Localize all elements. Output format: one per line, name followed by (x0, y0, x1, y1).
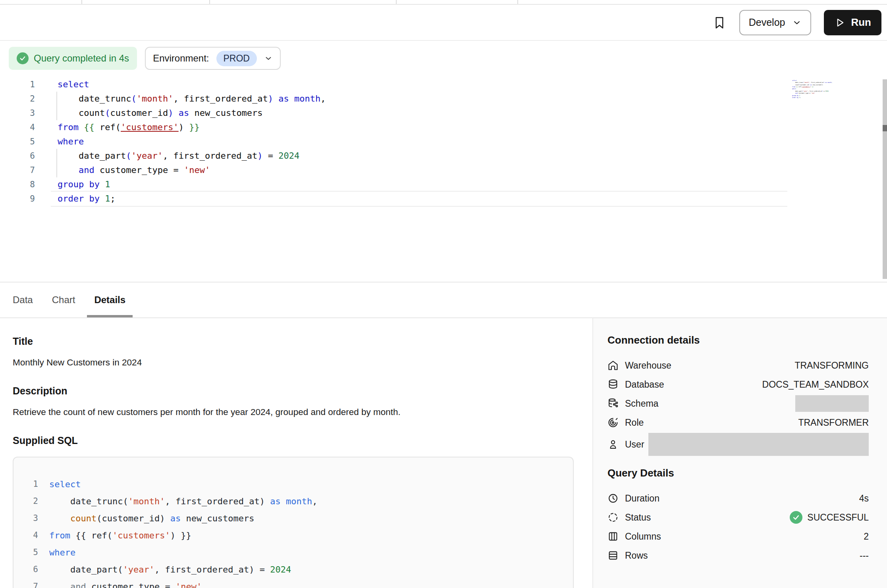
duration-icon (607, 493, 619, 504)
row-value: SUCCESSFUL (807, 512, 869, 523)
play-icon (834, 17, 845, 28)
detail-row-columns: Columns2 (607, 527, 869, 546)
tab-divider (81, 0, 82, 4)
code-text: date_trunc('month', first_ordered_at) as… (58, 92, 326, 106)
editor-scrollbar[interactable] (883, 79, 887, 279)
detail-row-status: StatusSUCCESSFUL (607, 508, 869, 527)
row-label: Rows (625, 550, 648, 561)
supplied-sql-line-1: 1select (26, 476, 573, 493)
line-number: 3 (0, 106, 35, 120)
title-value: Monthly New Customers in 2024 (13, 357, 574, 368)
develop-dropdown[interactable]: Develop (739, 10, 812, 35)
row-value: TRANSFORMER (798, 417, 869, 428)
row-value: 2 (864, 531, 869, 542)
line-number: 1 (26, 476, 38, 493)
query-status-pill: Query completed in 4s (9, 47, 137, 70)
toolbar: Develop Run (0, 5, 887, 41)
query-rows: Duration4sStatusSUCCESSFULColumns2Rows--… (607, 489, 869, 565)
code-text: where (58, 135, 84, 149)
connection-details-heading: Connection details (607, 334, 869, 346)
line-number: 5 (0, 135, 35, 149)
editor-line-4[interactable]: 4from {{ ref('customers') }} (0, 120, 887, 135)
tab-divider (517, 0, 518, 4)
run-label: Run (851, 16, 871, 29)
supplied-sql-line-5: 5where (26, 544, 573, 561)
code-text: and customer_type = 'new' (49, 578, 202, 588)
redacted-value (795, 395, 869, 412)
editor-line-6[interactable]: 6 date_part('year', first_ordered_at) = … (0, 149, 887, 163)
tab-divider (396, 0, 397, 4)
editor-lines: 1select2 date_trunc('month', first_order… (0, 77, 887, 206)
warehouse-icon (607, 360, 619, 371)
supplied-sql-block: 1select2 date_trunc('month', first_order… (13, 457, 574, 588)
status-value: SUCCESSFUL (790, 511, 869, 524)
detail-row-user: User (607, 432, 869, 457)
supplied-sql-line-7: 7 and customer_type = 'new' (26, 578, 573, 588)
line-number: 7 (0, 163, 35, 177)
connection-rows: WarehouseTRANSFORMINGDatabaseDOCS_TEAM_S… (607, 356, 869, 457)
row-value: --- (860, 550, 869, 561)
row-label: Database (625, 379, 664, 390)
check-icon (790, 511, 802, 524)
code-text: group by 1 (58, 177, 110, 192)
line-number: 6 (0, 149, 35, 163)
redacted-value (648, 433, 869, 456)
row-value: 4s (859, 493, 869, 504)
status-icon (607, 512, 619, 523)
status-row: Query completed in 4s Environment: PROD (0, 41, 887, 70)
bookmark-icon[interactable] (712, 15, 727, 30)
details-panel: Title Monthly New Customers in 2024 Desc… (0, 318, 592, 588)
tab-chart[interactable]: Chart (52, 282, 75, 317)
detail-row-duration: Duration4s (607, 489, 869, 508)
supplied-sql-line-4: 4from {{ ref('customers') }} (26, 527, 573, 544)
results-tabs: DataChartDetails (0, 282, 887, 318)
columns-icon (607, 531, 619, 542)
editor-line-9[interactable]: 9order by 1; (0, 192, 887, 206)
details-content: Title Monthly New Customers in 2024 Desc… (0, 318, 887, 588)
line-number: 5 (26, 544, 38, 561)
run-button[interactable]: Run (824, 10, 881, 35)
tab-data[interactable]: Data (13, 282, 33, 317)
editor-minimap[interactable]: select date_trunc('month', first_ordered… (792, 79, 836, 99)
editor-line-5[interactable]: 5where (0, 135, 887, 149)
role-icon (607, 417, 619, 428)
row-label: Columns (625, 531, 661, 542)
supplied-sql-line-2: 2 date_trunc('month', first_ordered_at) … (26, 493, 573, 510)
environment-label: Environment: (153, 53, 209, 64)
editor-line-2[interactable]: 2 date_trunc('month', first_ordered_at) … (0, 92, 887, 106)
environment-dropdown[interactable]: Environment: PROD (145, 47, 281, 70)
row-label: User (625, 439, 644, 450)
code-text: select (49, 476, 81, 493)
row-label: Warehouse (625, 360, 671, 371)
code-text: date_part('year', first_ordered_at) = 20… (49, 561, 291, 578)
schema-icon (607, 398, 619, 409)
detail-row-rows: Rows--- (607, 546, 869, 565)
line-number: 2 (26, 493, 38, 510)
line-number: 8 (0, 177, 35, 192)
tab-details[interactable]: Details (94, 282, 125, 317)
row-value: DOCS_TEAM_SANDBOX (762, 379, 869, 390)
description-heading: Description (13, 385, 574, 397)
user-icon (607, 439, 619, 450)
code-text: count(customer_id) as new_customers (49, 510, 255, 527)
minimap-line: order by 1; (792, 96, 836, 98)
editor-line-1[interactable]: 1select (0, 77, 887, 92)
row-label: Role (625, 417, 644, 428)
chevron-down-icon (264, 54, 273, 63)
line-number: 9 (0, 192, 35, 206)
detail-row-warehouse: WarehouseTRANSFORMING (607, 356, 869, 375)
editor-line-3[interactable]: 3 count(customer_id) as new_customers (0, 106, 887, 120)
sql-editor[interactable]: 1select2 date_trunc('month', first_order… (0, 70, 887, 282)
detail-row-database: DatabaseDOCS_TEAM_SANDBOX (607, 375, 869, 394)
editor-line-7[interactable]: 7 and customer_type = 'new' (0, 163, 887, 177)
environment-badge: PROD (216, 51, 257, 66)
develop-label: Develop (749, 17, 785, 28)
rows-icon (607, 550, 619, 561)
code-text: from {{ ref('customers') }} (58, 120, 200, 135)
editor-line-8[interactable]: 8group by 1 (0, 177, 887, 192)
connection-panel: Connection details WarehouseTRANSFORMING… (592, 318, 887, 588)
code-text: order by 1; (58, 192, 116, 206)
supplied-sql-line-6: 6 date_part('year', first_ordered_at) = … (26, 561, 573, 578)
scrollbar-thumb[interactable] (883, 125, 887, 131)
top-tab-strip (0, 0, 887, 5)
